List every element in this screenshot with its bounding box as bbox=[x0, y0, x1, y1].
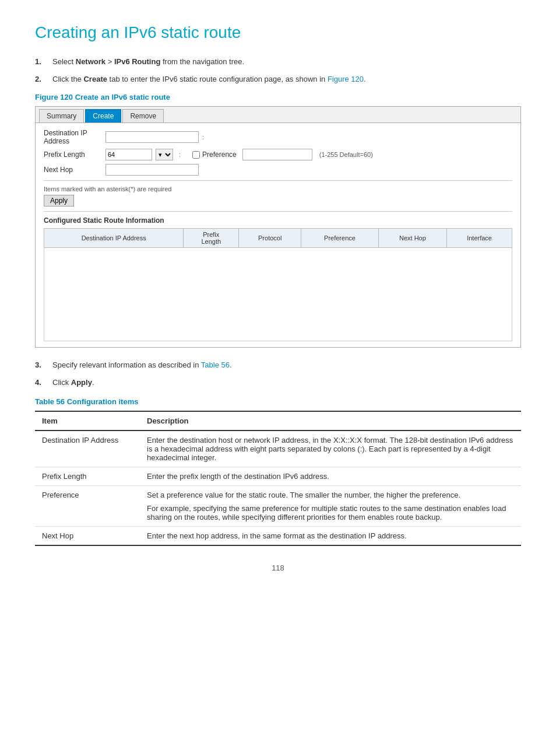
col-prefix: PrefixLength bbox=[184, 229, 239, 248]
prefix-length-row: Prefix Length ▾ : Preference (1-255 Defa… bbox=[44, 149, 512, 160]
config-desc-cell: Set a preference value for the static ro… bbox=[140, 486, 521, 527]
figure-120-title: Figure 120 Create an IPv6 static route bbox=[35, 93, 521, 102]
config-col-description: Description bbox=[140, 411, 521, 430]
step-3-text: Specify relevant information as describe… bbox=[52, 359, 521, 371]
col-next-hop: Next Hop bbox=[378, 229, 446, 248]
step-4-num: 4. bbox=[35, 377, 52, 388]
step-1: 1. Select Network > IPv6 Routing from th… bbox=[35, 56, 521, 68]
preference-checkbox[interactable] bbox=[192, 151, 200, 159]
config-item-cell: Prefix Length bbox=[35, 467, 140, 486]
step-4: 4. Click Apply. bbox=[35, 377, 521, 388]
page-title: Creating an IPv6 static route bbox=[35, 23, 521, 42]
preference-label: Preference bbox=[202, 150, 237, 159]
col-preference: Preference bbox=[301, 229, 378, 248]
table-56-title: Table 56 Configuration items bbox=[35, 397, 521, 406]
next-hop-label: Next Hop bbox=[44, 166, 102, 174]
table-56-link[interactable]: Table 56 bbox=[201, 360, 230, 369]
form-note: Items marked with an asterisk(*) are req… bbox=[44, 186, 512, 192]
destination-ip-row: Destination IPAddress : bbox=[44, 129, 512, 145]
figure-120-link[interactable]: Figure 120 bbox=[328, 75, 364, 83]
config-table: Item Description Destination IP AddressE… bbox=[35, 411, 521, 546]
step-1-num: 1. bbox=[35, 56, 52, 68]
step-3: 3. Specify relevant information as descr… bbox=[35, 359, 521, 371]
page-number: 118 bbox=[35, 564, 521, 572]
form-area: Destination IPAddress : Prefix Length ▾ … bbox=[36, 123, 520, 347]
figure-120-box: Summary Create Remove Destination IPAddr… bbox=[35, 106, 521, 348]
preference-checkbox-label: Preference bbox=[192, 150, 237, 159]
config-col-item: Item bbox=[35, 411, 140, 430]
prefix-length-input[interactable] bbox=[105, 149, 152, 160]
table-row: PreferenceSet a preference value for the… bbox=[35, 486, 521, 527]
step-1-text: Select Network > IPv6 Routing from the n… bbox=[52, 56, 521, 68]
empty-row bbox=[44, 248, 512, 341]
step-2-bold1: Create bbox=[83, 75, 107, 83]
config-desc-cell: Enter the next hop address, in the same … bbox=[140, 527, 521, 546]
table-row: Next HopEnter the next hop address, in t… bbox=[35, 527, 521, 546]
table-row: Destination IP AddressEnter the destinat… bbox=[35, 430, 521, 467]
config-item-cell: Next Hop bbox=[35, 527, 140, 546]
tab-create[interactable]: Create bbox=[85, 109, 121, 123]
tab-summary[interactable]: Summary bbox=[39, 109, 84, 123]
step-1-bold2: IPv6 Routing bbox=[114, 57, 160, 66]
apply-button[interactable]: Apply bbox=[44, 195, 74, 206]
section-divider bbox=[44, 211, 512, 212]
section-title: Configured Static Route Information bbox=[44, 216, 512, 225]
step-2-num: 2. bbox=[35, 74, 52, 85]
config-desc-cell: Enter the prefix length of the destinati… bbox=[140, 467, 521, 486]
preference-hint: (1-255 Default=60) bbox=[319, 151, 373, 158]
preference-input[interactable] bbox=[242, 149, 312, 160]
form-divider bbox=[44, 180, 512, 181]
step-1-bold1: Network bbox=[76, 57, 105, 66]
step-4-bold1: Apply bbox=[71, 378, 92, 387]
destination-ip-label: Destination IPAddress bbox=[44, 129, 102, 145]
step-2: 2. Click the Create tab to enter the IPv… bbox=[35, 74, 521, 85]
next-hop-row: Next Hop bbox=[44, 164, 512, 176]
configured-routes-table: Destination IP Address PrefixLength Prot… bbox=[44, 228, 512, 341]
config-table-body: Destination IP AddressEnter the destinat… bbox=[35, 430, 521, 545]
col-protocol: Protocol bbox=[239, 229, 301, 248]
config-item-cell: Preference bbox=[35, 486, 140, 527]
next-hop-input[interactable] bbox=[105, 164, 199, 176]
col-destination: Destination IP Address bbox=[44, 229, 184, 248]
prefix-length-label: Prefix Length bbox=[44, 150, 102, 159]
col-interface: Interface bbox=[447, 229, 512, 248]
step-2-text: Click the Create tab to enter the IPv6 s… bbox=[52, 74, 521, 85]
step-3-num: 3. bbox=[35, 359, 52, 371]
config-desc-cell: Enter the destination host or network IP… bbox=[140, 430, 521, 467]
routes-table-body bbox=[44, 248, 512, 341]
destination-ip-input[interactable] bbox=[105, 131, 199, 143]
step-4-text: Click Apply. bbox=[52, 377, 521, 388]
tab-remove[interactable]: Remove bbox=[122, 109, 164, 123]
tab-bar: Summary Create Remove bbox=[36, 107, 520, 123]
config-item-cell: Destination IP Address bbox=[35, 430, 140, 467]
prefix-length-select[interactable]: ▾ bbox=[156, 149, 173, 160]
table-row: Prefix LengthEnter the prefix length of … bbox=[35, 467, 521, 486]
